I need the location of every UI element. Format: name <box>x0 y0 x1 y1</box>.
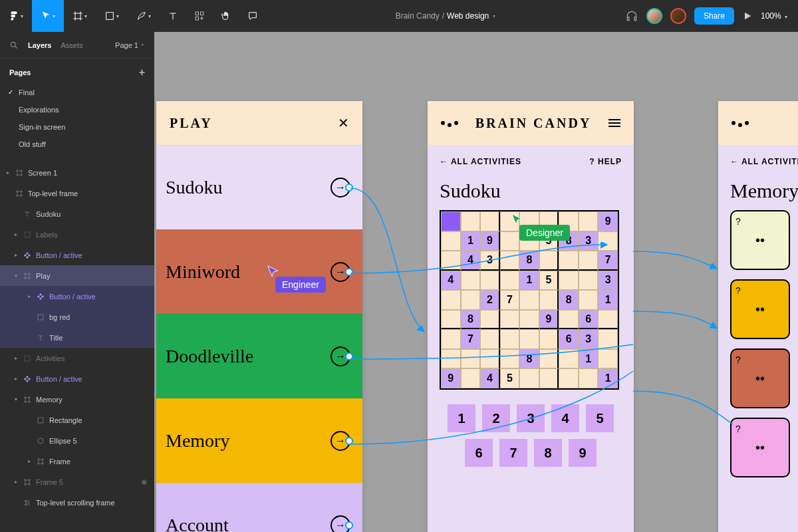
back-link[interactable]: ← ALL ACTIVITIES <box>440 157 521 166</box>
layer-row[interactable]: ▸Labels <box>0 224 154 245</box>
sudoku-cell[interactable] <box>480 271 500 291</box>
sudoku-cell[interactable] <box>579 290 598 310</box>
close-icon[interactable]: ✕ <box>338 115 349 131</box>
sudoku-cell[interactable] <box>480 211 500 231</box>
sudoku-cell[interactable] <box>500 231 520 251</box>
sudoku-cell[interactable] <box>480 310 500 330</box>
share-button[interactable]: Share <box>694 7 734 25</box>
layer-row[interactable]: ▾Memory <box>0 389 154 410</box>
sudoku-cell[interactable] <box>559 349 579 369</box>
layer-row[interactable]: bg red <box>0 307 154 327</box>
sudoku-cell[interactable]: 3 <box>579 231 598 251</box>
sudoku-cell[interactable]: 1 <box>519 271 539 291</box>
sudoku-cell[interactable]: 3 <box>598 271 618 291</box>
layer-row[interactable]: Sudoku <box>0 203 154 224</box>
layer-row[interactable]: ▸Activities <box>0 348 154 368</box>
sudoku-cell[interactable] <box>539 368 559 388</box>
present-icon[interactable] <box>742 11 753 21</box>
sudoku-cell[interactable] <box>559 271 579 291</box>
sudoku-cell[interactable] <box>500 329 520 349</box>
memory-card[interactable]: ?•• <box>730 348 790 408</box>
sudoku-cell[interactable] <box>579 271 598 291</box>
page-item[interactable]: Explorations <box>0 101 154 118</box>
page-item[interactable]: Final <box>0 84 154 101</box>
sudoku-cell[interactable]: 9 <box>598 211 618 231</box>
sudoku-cell[interactable]: 1 <box>579 349 598 369</box>
sudoku-cell[interactable] <box>441 329 461 349</box>
numpad-button[interactable]: 4 <box>551 404 579 432</box>
back-link[interactable]: ← ALL ACTIVITIES <box>730 157 798 166</box>
numpad-button[interactable]: 5 <box>586 404 614 432</box>
canvas[interactable]: PLAY ✕ Sudoku→Miniword→Doodleville→Memor… <box>154 32 798 532</box>
sudoku-cell[interactable] <box>598 329 618 349</box>
sudoku-cell[interactable] <box>500 349 520 369</box>
sudoku-cell[interactable] <box>539 349 559 369</box>
sudoku-cell[interactable]: 8 <box>461 310 481 330</box>
page-item[interactable]: Sign-in screen <box>0 118 154 136</box>
sudoku-cell[interactable] <box>480 329 500 349</box>
text-tool[interactable] <box>160 0 186 32</box>
sudoku-cell[interactable]: 4 <box>441 271 461 291</box>
sudoku-cell[interactable] <box>579 368 598 388</box>
sudoku-cell[interactable] <box>461 368 481 388</box>
game-row[interactable]: Sudoku→ <box>156 145 362 229</box>
move-tool[interactable]: ▾ <box>32 0 64 32</box>
sudoku-cell[interactable] <box>598 231 618 251</box>
sudoku-cell[interactable] <box>519 290 539 310</box>
sudoku-cell[interactable]: 9 <box>480 231 500 251</box>
sudoku-cell[interactable]: 8 <box>519 349 539 369</box>
sudoku-cell[interactable]: 9 <box>539 310 559 330</box>
layer-row[interactable]: Rectangle <box>0 410 154 430</box>
numpad-button[interactable]: 3 <box>517 404 545 432</box>
sudoku-cell[interactable]: 4 <box>480 368 500 388</box>
numpad-button[interactable]: 6 <box>465 439 493 467</box>
add-page-button[interactable]: + <box>139 66 145 78</box>
sudoku-cell[interactable]: 2 <box>480 290 500 310</box>
arrow-right-icon[interactable]: → <box>331 262 350 282</box>
sudoku-cell[interactable]: 6 <box>579 310 598 330</box>
zoom-level[interactable]: 100% ▾ <box>761 11 787 21</box>
sudoku-cell[interactable]: 8 <box>519 251 539 271</box>
sudoku-cell[interactable] <box>500 251 520 271</box>
sudoku-cell[interactable] <box>579 251 598 271</box>
shape-tool[interactable]: ▾ <box>96 0 128 32</box>
frame-sudoku[interactable]: BRAIN CANDY ← ALL ACTIVITIES ? HELP Sudo… <box>428 101 634 532</box>
sudoku-cell[interactable] <box>579 211 598 231</box>
resources-tool[interactable] <box>186 0 213 32</box>
sudoku-cell[interactable] <box>441 310 461 330</box>
sudoku-cell[interactable] <box>559 251 579 271</box>
sudoku-cell[interactable]: 4 <box>461 251 481 271</box>
sudoku-cell[interactable] <box>461 271 481 291</box>
sudoku-cell[interactable]: 7 <box>461 329 481 349</box>
page-item[interactable]: Old stuff <box>0 136 154 153</box>
layer-row[interactable]: Top-level frame <box>0 183 154 203</box>
sudoku-cell[interactable] <box>441 251 461 271</box>
pen-tool[interactable]: ▾ <box>128 0 160 32</box>
numpad-button[interactable]: 9 <box>569 439 597 467</box>
memory-card[interactable]: ?•• <box>730 418 790 477</box>
numpad-button[interactable]: 1 <box>448 404 475 432</box>
arrow-right-icon[interactable]: → <box>331 178 350 198</box>
sudoku-cell[interactable] <box>559 368 579 388</box>
avatar-user-2[interactable] <box>670 8 686 24</box>
game-row[interactable]: Memory→ <box>156 398 362 483</box>
hand-tool[interactable] <box>213 0 239 32</box>
document-title[interactable]: Brain Candy / Web design ▾ <box>266 11 625 21</box>
arrow-right-icon[interactable]: → <box>331 431 350 451</box>
sudoku-cell[interactable] <box>461 349 481 369</box>
sudoku-cell[interactable]: 7 <box>598 251 618 271</box>
sudoku-cell[interactable] <box>441 231 461 251</box>
sudoku-cell[interactable] <box>598 310 618 330</box>
frame-tool[interactable]: ▾ <box>64 0 96 32</box>
layer-row[interactable]: Title <box>0 327 154 348</box>
numpad-button[interactable]: 2 <box>482 404 510 432</box>
sudoku-cell[interactable]: 5 <box>539 271 559 291</box>
arrow-right-icon[interactable]: → <box>331 346 350 366</box>
layer-row[interactable]: ▸Button / active <box>0 286 154 307</box>
sudoku-cell[interactable]: 8 <box>559 290 579 310</box>
layer-row[interactable]: ▸Screen 1 <box>0 162 154 183</box>
sudoku-cell[interactable] <box>519 310 539 330</box>
memory-card[interactable]: ?•• <box>730 210 790 270</box>
frame-play-menu[interactable]: PLAY ✕ Sudoku→Miniword→Doodleville→Memor… <box>156 101 362 532</box>
sudoku-cell[interactable] <box>519 368 539 388</box>
